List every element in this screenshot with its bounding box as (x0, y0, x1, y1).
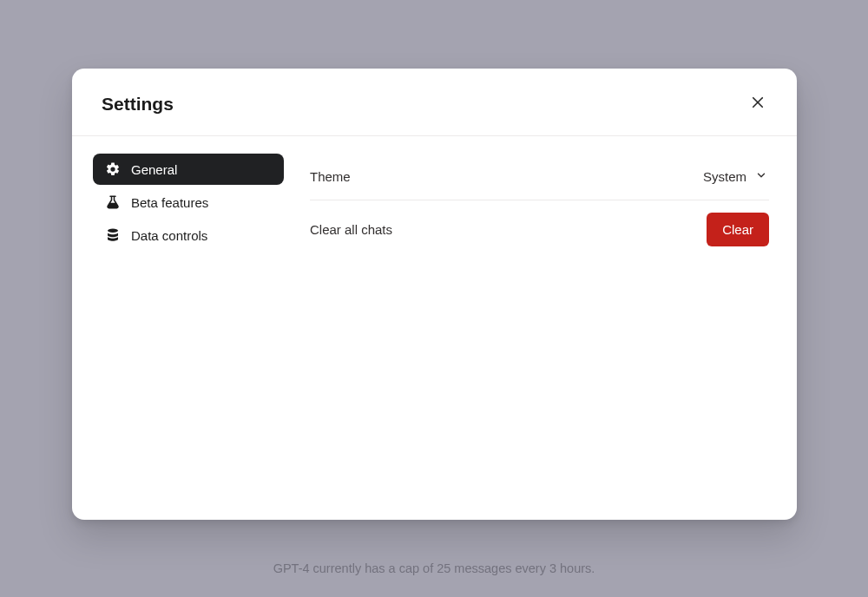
clear-chats-row: Clear all chats Clear (310, 200, 769, 259)
clear-chats-label: Clear all chats (310, 222, 392, 237)
sidebar-item-label: Beta features (131, 195, 208, 210)
footer-note: GPT-4 currently has a cap of 25 messages… (0, 561, 868, 575)
close-icon (750, 95, 766, 113)
settings-modal: Settings General (72, 69, 797, 520)
flask-icon (105, 194, 121, 210)
sidebar-item-label: Data controls (131, 228, 207, 243)
modal-body: General Beta features (72, 136, 797, 520)
modal-header: Settings (72, 69, 797, 136)
database-icon (105, 227, 121, 243)
sidebar-item-general[interactable]: General (93, 154, 284, 185)
theme-value: System (703, 169, 746, 184)
theme-select[interactable]: System (701, 166, 769, 187)
theme-row: Theme System (310, 154, 769, 200)
sidebar-item-label: General (131, 162, 177, 177)
gear-icon (105, 161, 121, 177)
settings-content: Theme System Clear all chats Clear (310, 154, 769, 499)
chevron-down-icon (755, 169, 767, 184)
sidebar-item-beta-features[interactable]: Beta features (93, 187, 284, 218)
clear-button[interactable]: Clear (707, 213, 769, 246)
svg-point-2 (108, 229, 118, 233)
sidebar-item-data-controls[interactable]: Data controls (93, 220, 284, 251)
close-button[interactable] (746, 91, 769, 116)
settings-sidebar: General Beta features (93, 154, 284, 499)
modal-title: Settings (102, 94, 174, 115)
theme-label: Theme (310, 169, 351, 184)
